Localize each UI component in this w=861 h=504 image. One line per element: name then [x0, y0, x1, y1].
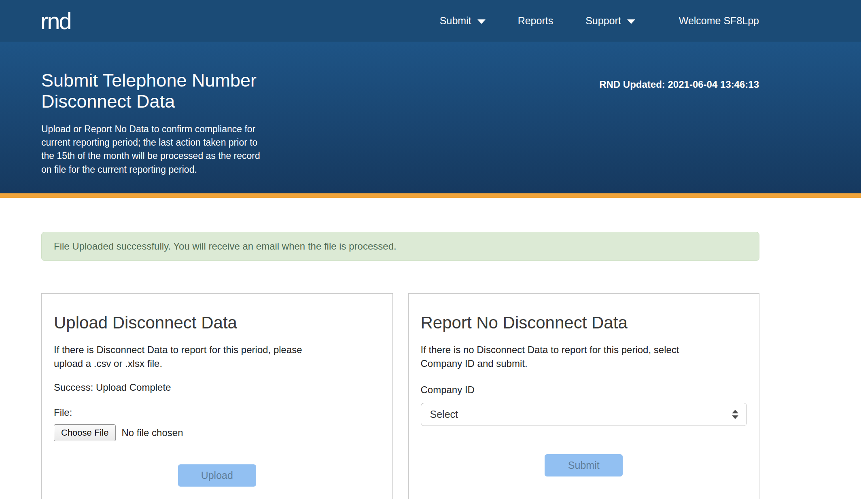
choose-file-button[interactable]: Choose File: [54, 424, 116, 441]
nav-item-support[interactable]: Support: [585, 15, 635, 27]
upload-disconnect-card: Upload Disconnect Data If there is Disco…: [41, 293, 393, 499]
company-id-select[interactable]: Select: [421, 403, 747, 426]
company-id-select-value: Select: [430, 409, 458, 420]
report-no-data-card: Report No Disconnect Data If there is no…: [408, 293, 760, 499]
report-card-title: Report No Disconnect Data: [421, 313, 747, 332]
main-nav: Submit Reports Support Welcome SF8Lpp: [440, 15, 759, 27]
welcome-user-text: Welcome SF8Lpp: [679, 15, 759, 27]
file-label: File:: [54, 407, 380, 418]
report-card-description: If there is no Disconnect Data to report…: [421, 343, 747, 371]
chevron-down-icon: [627, 19, 635, 24]
nav-item-reports-label: Reports: [518, 15, 554, 27]
chevron-down-icon: [477, 19, 486, 24]
upload-card-description: If there is Disconnect Data to report fo…: [54, 343, 380, 371]
nav-item-submit-label: Submit: [440, 15, 471, 27]
accent-divider: [0, 193, 861, 198]
no-file-chosen-text: No file chosen: [121, 427, 183, 438]
nav-item-submit[interactable]: Submit: [440, 15, 486, 27]
upload-status-text: Success: Upload Complete: [54, 382, 380, 393]
hero-banner: Submit Telephone Number Disconnect Data …: [0, 42, 861, 193]
main-content: File Uploaded successfully. You will rec…: [0, 198, 861, 499]
top-navbar: rnd Submit Reports Support Welcome SF8Lp…: [0, 0, 861, 42]
nav-item-support-label: Support: [585, 15, 621, 27]
select-updown-arrows-icon: [732, 410, 738, 419]
card-row: Upload Disconnect Data If there is Disco…: [41, 293, 759, 499]
nav-item-reports[interactable]: Reports: [518, 15, 554, 27]
success-alert: File Uploaded successfully. You will rec…: [41, 232, 759, 261]
rnd-logo[interactable]: rnd: [40, 7, 71, 34]
upload-button[interactable]: Upload: [178, 464, 256, 487]
page-description: Upload or Report No Data to confirm comp…: [41, 123, 820, 176]
company-id-label: Company ID: [421, 384, 747, 396]
rnd-updated-timestamp: RND Updated: 2021-06-04 13:46:13: [599, 79, 759, 90]
submit-button[interactable]: Submit: [545, 454, 623, 476]
page-title: Submit Telephone Number Disconnect Data: [41, 70, 820, 112]
upload-card-title: Upload Disconnect Data: [54, 313, 380, 332]
file-input: Choose File No file chosen: [54, 424, 380, 442]
